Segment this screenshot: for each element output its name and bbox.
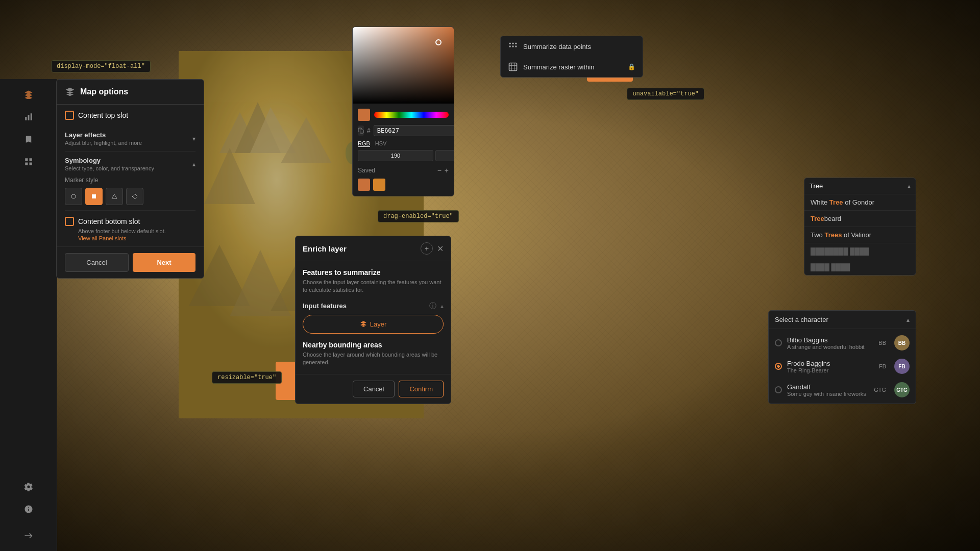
sidebar-icon-layers[interactable]: [18, 84, 39, 105]
char-desc-frodo: The Ring-Bearer: [787, 367, 874, 373]
layer-effects-title: Layer effects: [65, 131, 142, 139]
tab-rgb[interactable]: RGB: [358, 140, 370, 147]
char-item-frodo[interactable]: Frodo Baggins The Ring-Bearer FB FB: [769, 355, 916, 378]
sidebar-icon-info[interactable]: [18, 499, 39, 519]
svg-point-24: [512, 45, 513, 47]
char-radio-frodo[interactable]: [775, 363, 782, 370]
nearby-section: Nearby bounding areas Choose the layer a…: [303, 341, 444, 367]
tree-option-blurred-2[interactable]: ████ ████: [804, 259, 916, 275]
color-cursor[interactable]: [435, 39, 442, 45]
char-name-frodo: Frodo Baggins: [787, 360, 874, 367]
character-list: Bilbo Baggins A strange and wonderful ho…: [769, 329, 916, 404]
symbology-subtitle: Select type, color, and transparency: [65, 165, 154, 171]
dialog-add-button[interactable]: +: [421, 242, 433, 255]
tree-option-two-trees[interactable]: Two Trees of Valinor: [804, 227, 916, 243]
color-picker: # RGB HSV Saved − +: [352, 27, 454, 196]
green-input[interactable]: [435, 150, 454, 161]
copy-icon[interactable]: [358, 126, 364, 136]
dialog-body: Features to summarize Choose the input l…: [296, 261, 451, 374]
saved-plus-btn[interactable]: +: [445, 166, 449, 174]
saved-color-1[interactable]: [358, 179, 370, 191]
svg-marker-4: [204, 148, 255, 204]
layer-effects-accordion[interactable]: Layer effects Adjust blur, highlight, an…: [65, 126, 195, 152]
char-item-bilbo[interactable]: Bilbo Baggins A strange and wonderful ho…: [769, 331, 916, 355]
sidebar-icon-chart[interactable]: [18, 107, 39, 127]
char-avatar-bilbo: BB: [894, 335, 910, 350]
saved-label: Saved: [358, 167, 375, 174]
tree-search-dropdown: ▴ White Tree of Gondor Treebeard Two Tre…: [804, 178, 916, 276]
features-section-desc: Choose the input layer containing the fe…: [303, 279, 444, 294]
info-icon[interactable]: ⓘ: [429, 302, 436, 311]
dialog-close-button[interactable]: ✕: [437, 244, 444, 254]
tab-hsv[interactable]: HSV: [375, 140, 387, 147]
char-desc-gandalf: Some guy with insane fireworks: [787, 391, 869, 397]
features-section-title: Features to summarize: [303, 268, 444, 277]
svg-marker-18: [132, 194, 137, 199]
marker-btn-square[interactable]: [85, 188, 103, 205]
char-desc-bilbo: A strange and wonderful hobbit: [787, 344, 873, 350]
rgb-inputs: [358, 150, 449, 161]
char-initials-gandalf: GTG: [874, 387, 886, 393]
input-features-chevron[interactable]: ▴: [440, 303, 444, 310]
tree-option-blurred-1[interactable]: ████████ ████: [804, 243, 916, 259]
saved-minus-btn[interactable]: −: [437, 166, 442, 174]
svg-rect-12: [25, 117, 27, 120]
sidebar-icon-expand[interactable]: [18, 525, 39, 546]
tree-search-row: ▴: [804, 178, 916, 194]
tree-search-input[interactable]: [810, 182, 904, 190]
cancel-button[interactable]: Cancel: [65, 253, 129, 272]
dialog-header-actions: + ✕: [421, 242, 444, 255]
enrich-layer-dialog: Enrich layer + ✕ Features to summarize C…: [295, 236, 451, 404]
dialog-cancel-button[interactable]: Cancel: [353, 381, 395, 397]
saved-colors: [358, 179, 449, 191]
saved-color-2[interactable]: [373, 179, 385, 191]
sidebar-icon-bookmark[interactable]: [18, 129, 39, 149]
tree-option-treebeard[interactable]: Treebeard: [804, 211, 916, 227]
summarize-points-icon: [508, 41, 518, 52]
view-all-panel-slots-link[interactable]: View all Panel slots: [78, 235, 195, 241]
layer-select-button[interactable]: Layer: [303, 315, 444, 334]
marker-btn-circle[interactable]: [65, 188, 82, 205]
character-select-label: Select a character: [775, 316, 828, 323]
svg-rect-16: [92, 194, 96, 198]
tree-dropdown-chevron[interactable]: ▴: [908, 183, 911, 190]
symbology-accordion[interactable]: Symbology Select type, color, and transp…: [65, 152, 195, 211]
hex-input[interactable]: [374, 125, 454, 136]
summarize-raster-item[interactable]: Summarize raster within 🔒: [501, 57, 643, 77]
sidebar-icon-settings[interactable]: [18, 477, 39, 497]
layer-btn-label: Layer: [370, 320, 387, 328]
dialog-title: Enrich layer: [303, 244, 347, 253]
color-gradient-canvas[interactable]: [353, 27, 454, 104]
summarize-data-points-label: Summarize data points: [523, 43, 591, 51]
char-initials-bilbo: BB: [878, 340, 886, 346]
bottom-slot-title: Content bottom slot: [78, 217, 140, 226]
svg-rect-13: [28, 115, 29, 120]
red-input[interactable]: [358, 150, 433, 161]
content-bottom-slot-section: Content bottom slot Above footer but bel…: [57, 217, 204, 246]
char-radio-bilbo[interactable]: [775, 339, 782, 346]
character-select-chevron[interactable]: ▴: [906, 316, 910, 323]
tree-option-white-tree[interactable]: White Tree of Gondor: [804, 194, 916, 210]
symbology-title: Symbology: [65, 157, 154, 164]
nearby-section-title: Nearby bounding areas: [303, 341, 444, 349]
char-name-gandalf: Gandalf: [787, 383, 869, 391]
nearby-section-desc: Choose the layer around which bounding a…: [303, 351, 444, 367]
svg-point-15: [71, 194, 76, 198]
summarize-data-points-item[interactable]: Summarize data points: [501, 36, 643, 57]
bottom-slot-desc: Above footer but below default slot.: [78, 228, 195, 234]
svg-rect-14: [30, 113, 32, 120]
saved-section: Saved − +: [358, 166, 449, 174]
svg-point-20: [509, 43, 511, 44]
marker-btn-diamond[interactable]: [126, 188, 143, 205]
char-item-gandalf[interactable]: Gandalf Some guy with insane fireworks G…: [769, 378, 916, 402]
dialog-confirm-button[interactable]: Confirm: [399, 381, 444, 397]
svg-point-21: [512, 43, 513, 44]
marker-btn-triangle[interactable]: [106, 188, 123, 205]
char-info-frodo: Frodo Baggins The Ring-Bearer: [787, 360, 874, 373]
next-button[interactable]: Next: [133, 253, 195, 272]
char-radio-gandalf[interactable]: [775, 386, 782, 393]
layer-effects-chevron: ▾: [192, 135, 195, 142]
bottom-slot-icon: [65, 217, 74, 226]
rainbow-bar[interactable]: [374, 112, 449, 118]
sidebar-icon-grid[interactable]: [18, 152, 39, 172]
